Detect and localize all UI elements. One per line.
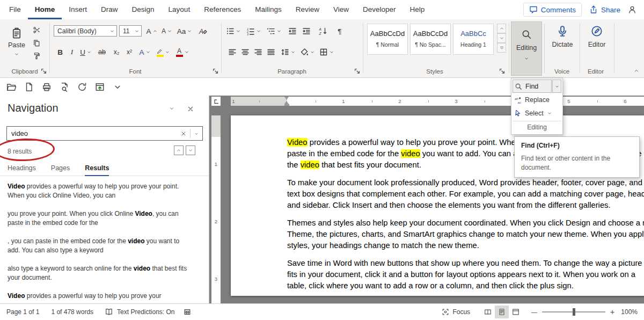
- focus-label[interactable]: Focus: [452, 308, 470, 316]
- decrease-indent-button[interactable]: [287, 25, 298, 37]
- menu-tab-insert[interactable]: Insert: [62, 0, 94, 19]
- menu-tab-file[interactable]: File: [2, 0, 28, 19]
- zoom-level[interactable]: 100%: [621, 308, 638, 316]
- next-result-button[interactable]: [186, 146, 195, 155]
- shading-button[interactable]: [299, 46, 316, 58]
- align-left-button[interactable]: [226, 46, 238, 58]
- styles-scroll-down-button[interactable]: [497, 33, 506, 43]
- bold-button[interactable]: B: [55, 46, 65, 58]
- justify-button[interactable]: [265, 46, 277, 58]
- dictate-button[interactable]: Dictate: [546, 24, 579, 48]
- sort-button[interactable]: AZ: [317, 25, 330, 37]
- font-family-combobox[interactable]: Calibri (Body): [54, 25, 117, 37]
- menu-tab-layout[interactable]: Layout: [162, 0, 197, 19]
- styles-more-button[interactable]: [497, 43, 506, 53]
- tab-selector[interactable]: [211, 97, 221, 106]
- line-spacing-button[interactable]: [280, 46, 296, 58]
- proofing-icon[interactable]: [105, 308, 113, 316]
- first-line-indent-marker[interactable]: [284, 97, 289, 100]
- menu-tab-mailings[interactable]: Mailings: [248, 0, 289, 19]
- increase-indent-button[interactable]: [301, 25, 312, 37]
- paste-button[interactable]: Paste: [4, 24, 29, 74]
- menu-tab-draw[interactable]: Draw: [94, 0, 125, 19]
- search-options-chevron-icon[interactable]: [194, 131, 199, 136]
- nav-tab-pages[interactable]: Pages: [51, 161, 70, 176]
- collapse-ribbon-icon[interactable]: [633, 68, 640, 74]
- macro-record-icon[interactable]: [184, 308, 191, 316]
- account-icon[interactable]: [628, 5, 636, 14]
- menu-tab-home[interactable]: Home: [28, 0, 62, 19]
- numbering-button[interactable]: 123: [246, 25, 262, 37]
- style-card-3[interactable]: AaBbCcHeading 1: [453, 24, 494, 55]
- open-file-icon[interactable]: [6, 82, 16, 92]
- text-effects-button[interactable]: A: [137, 46, 152, 58]
- select-menu-item[interactable]: Select: [513, 106, 561, 120]
- grow-font-button[interactable]: A: [145, 25, 159, 37]
- read-mode-button[interactable]: [481, 306, 495, 318]
- multilevel-list-button[interactable]: [266, 25, 282, 37]
- web-layout-button[interactable]: [509, 306, 523, 318]
- left-indent-marker[interactable]: [284, 104, 289, 106]
- menu-tab-references[interactable]: References: [197, 0, 248, 19]
- navigation-close-icon[interactable]: [187, 105, 194, 113]
- zoom-slider-thumb[interactable]: [573, 308, 575, 316]
- search-result-item[interactable]: also type a keyword to search online for…: [0, 259, 209, 287]
- strikethrough-button[interactable]: ab: [96, 46, 108, 58]
- share-button[interactable]: Share: [589, 5, 620, 14]
- zoom-out-button[interactable]: —: [531, 309, 537, 315]
- search-result-item[interactable]: , you can paste in the embed code for th…: [0, 232, 209, 259]
- save-as-icon[interactable]: [95, 82, 105, 92]
- print-layout-button[interactable]: [495, 306, 509, 318]
- subscript-button[interactable]: x₂: [111, 46, 122, 58]
- clear-formatting-button[interactable]: A: [196, 25, 209, 37]
- copy-button[interactable]: [31, 38, 42, 48]
- paragraph-dialog-launcher-icon[interactable]: [354, 68, 360, 74]
- comments-button[interactable]: Comments: [523, 3, 582, 17]
- search-result-item[interactable]: you prove your point. When you click Onl…: [0, 205, 209, 232]
- navigation-options-icon[interactable]: [169, 105, 175, 112]
- menu-tab-design[interactable]: Design: [125, 0, 162, 19]
- clipboard-dialog-launcher-icon[interactable]: [41, 68, 47, 74]
- menu-tab-developer[interactable]: Developer: [356, 0, 403, 19]
- editing-menu-button[interactable]: Editing: [511, 21, 542, 76]
- align-center-button[interactable]: [239, 46, 251, 58]
- search-result-item[interactable]: Video provides a powerful way to help yo…: [0, 287, 209, 303]
- bullets-button[interactable]: [225, 25, 241, 37]
- font-size-combobox[interactable]: 11: [119, 25, 142, 37]
- clear-search-icon[interactable]: [180, 130, 187, 137]
- align-right-button[interactable]: [252, 46, 264, 58]
- text-predictions[interactable]: Text Predictions: On: [117, 308, 174, 316]
- nav-tab-results[interactable]: Results: [85, 161, 109, 176]
- focus-icon[interactable]: [442, 308, 449, 316]
- find-split-chevron[interactable]: [552, 79, 561, 93]
- previous-result-button[interactable]: [174, 146, 184, 155]
- show-formatting-marks-button[interactable]: ¶: [334, 25, 346, 37]
- editor-button[interactable]: Editor: [583, 24, 611, 48]
- navigation-search-input[interactable]: [11, 129, 180, 137]
- replace-menu-item[interactable]: abac Replace: [513, 93, 561, 106]
- style-card-2[interactable]: AaBbCcDd¶ No Spac...: [410, 24, 451, 55]
- nav-tab-headings[interactable]: Headings: [8, 161, 36, 176]
- styles-scroll-up-button[interactable]: [497, 24, 506, 33]
- menu-tab-view[interactable]: View: [326, 0, 356, 19]
- text-highlight-button[interactable]: [155, 46, 172, 58]
- menu-tab-review[interactable]: Review: [289, 0, 326, 19]
- word-count[interactable]: 1 of 478 words: [51, 308, 93, 316]
- new-document-icon[interactable]: [24, 82, 34, 92]
- superscript-button[interactable]: x²: [123, 46, 135, 58]
- search-result-item[interactable]: Video provides a powerful way to help yo…: [0, 177, 209, 205]
- menu-tab-help[interactable]: Help: [403, 0, 432, 19]
- cut-button[interactable]: [31, 25, 42, 35]
- format-painter-button[interactable]: [31, 50, 42, 61]
- repeat-icon[interactable]: [77, 82, 87, 92]
- font-dialog-launcher-icon[interactable]: [213, 68, 218, 74]
- page-indicator[interactable]: Page 1 of 1: [6, 308, 39, 316]
- zoom-in-button[interactable]: +: [610, 308, 614, 316]
- change-case-button[interactable]: Aa: [176, 25, 193, 37]
- italic-button[interactable]: I: [67, 46, 77, 58]
- quick-print-icon[interactable]: [42, 82, 52, 92]
- underline-button[interactable]: U: [78, 46, 93, 58]
- shrink-font-button[interactable]: A: [160, 25, 174, 37]
- find-menu-item[interactable]: Find: [513, 79, 552, 93]
- borders-button[interactable]: [319, 46, 335, 58]
